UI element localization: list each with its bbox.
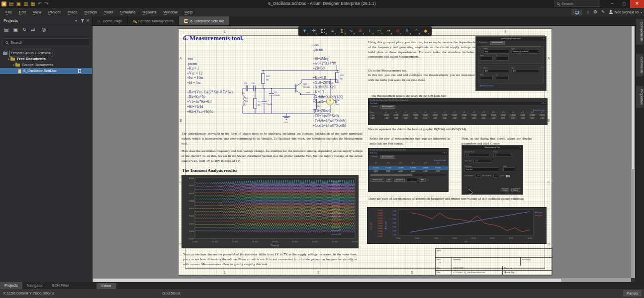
svg-text:50.00u: 50.00u (352, 240, 358, 243)
tab-home-page[interactable]: ⌂ Home Page (92, 16, 128, 25)
menu-bar: FileEditViewProjectPlaceDesignToolsSimul… (0, 8, 644, 16)
tree-item-free-documents[interactable]: ▾ Free Documents (0, 56, 92, 62)
tab-license-management[interactable]: License Management (128, 16, 179, 25)
minimize-button[interactable]: – (606, 0, 618, 8)
panel-tab-navigator[interactable]: Navigator (22, 282, 47, 289)
svg-text:5.000: 5.000 (392, 218, 396, 220)
no-erc-icon[interactable]: ⊘ (393, 27, 402, 35)
schematic-sheet[interactable]: 11223344AABBCCDD 6. Measurements tool. .… (178, 28, 552, 276)
align-icon[interactable]: ≡ (328, 27, 337, 35)
filter-icon[interactable]: ▼ (300, 27, 309, 35)
menu-edit[interactable]: Edit (15, 8, 29, 16)
gear-icon[interactable]: ⚙ (593, 8, 597, 16)
wire-icon[interactable]: ∿ (347, 27, 356, 35)
close-button[interactable]: ✕ (630, 0, 644, 8)
text-icon[interactable]: A (402, 27, 412, 35)
parameter-icon[interactable]: ◆ (421, 27, 430, 35)
home-icon[interactable]: ⌂ (586, 8, 589, 16)
select-icon[interactable] (318, 27, 328, 35)
menu-simulate[interactable]: Simulate (116, 8, 139, 16)
panels-button[interactable]: Panels (623, 290, 642, 297)
tree-item-source-documents[interactable]: ▾ Source Documents (0, 62, 92, 68)
grid-indicator: Grid:50mil (162, 289, 180, 298)
svg-text:20.00u: 20.00u (232, 240, 238, 243)
move-icon[interactable]: ✛ (309, 27, 319, 35)
paragraph-3: You can see how the emitter potential of… (183, 252, 357, 266)
menu-design[interactable]: Design (81, 8, 100, 16)
panel-dropdown-icon[interactable]: ▾ (75, 16, 77, 25)
net-label-icon[interactable]: ▱ (383, 27, 393, 35)
tab-comments[interactable]: Comments (636, 54, 644, 76)
panel-tab-sch-filter[interactable]: SCH Filter (47, 282, 74, 289)
svg-text:C0: C0 (252, 82, 255, 84)
compile-icon[interactable]: ▣ (13, 27, 17, 32)
panel-tab-projects[interactable]: Projects (0, 282, 22, 289)
refresh-icon[interactable]: ↻ (22, 27, 26, 32)
projects-search-input[interactable]: Search (2, 38, 90, 46)
menu-file[interactable]: File (2, 8, 15, 16)
svg-text:Rh: Rh (266, 78, 269, 81)
panel-close-icon[interactable]: ✕ (86, 16, 90, 25)
svg-text:10.00u: 10.00u (192, 240, 198, 243)
editor-tab[interactable]: Editor (96, 283, 116, 289)
sign-in-button[interactable]: Not Signed In ▾ (609, 10, 643, 14)
svg-text:Vcc: Vcc (333, 61, 336, 64)
restore-button[interactable]: ▢ (618, 0, 630, 8)
menu-view[interactable]: View (29, 8, 45, 16)
tab-components[interactable]: Components (636, 19, 644, 45)
arc-icon[interactable]: ◠ (412, 27, 421, 35)
svg-text:v(emit) p9: v(emit) p9 (331, 208, 341, 211)
svg-text:GND: GND (283, 121, 288, 124)
svg-text:V24: V24 (335, 99, 340, 101)
schematic-doc-icon (184, 19, 188, 23)
rectangle-icon[interactable]: ▭ (374, 27, 384, 35)
sim-data-table-screenshot: File Edit View Project Tools Chart Plot … (368, 98, 548, 125)
vcs-icon[interactable]: ⇄ (31, 27, 35, 32)
global-search-input[interactable]: Search (554, 0, 600, 7)
tree-item-schdoc[interactable]: 6_Oscillator.SchDoc (0, 68, 92, 74)
svg-text:C2: C2 (274, 91, 277, 93)
svg-text:Q16: Q16 (303, 83, 308, 85)
measurement-plots-chart: freq_plotAVG_plot4.150M4.100M4.050M4.000… (367, 207, 547, 244)
svg-text:3.650M: 3.650M (377, 235, 383, 237)
vertical-scrollbar-thumb[interactable] (632, 26, 635, 170)
svg-text:3.950M: 3.950M (377, 220, 383, 222)
vertical-scrollbar[interactable] (631, 26, 635, 278)
comments-button[interactable] (571, 9, 582, 15)
save-project-icon[interactable]: ▤ (4, 27, 8, 32)
comment-icon (575, 11, 579, 14)
svg-text:12.50: 12.50 (471, 237, 476, 239)
pin-icon[interactable] (82, 19, 83, 22)
svg-text:v(emit) p16: v(emit) p16 (331, 233, 342, 235)
menu-project[interactable]: Project (45, 8, 64, 16)
tab-properties[interactable]: Properties (636, 86, 644, 108)
svg-text:10.00: 10.00 (453, 237, 457, 239)
menu-help[interactable]: Help (181, 8, 196, 16)
probe-icon[interactable]: ⌇ (365, 27, 374, 35)
svg-text:v(emit) p11: v(emit) p11 (331, 215, 341, 218)
menu-window[interactable]: Window (160, 8, 181, 16)
svg-text:2.000: 2.000 (392, 230, 396, 232)
svg-text:45.00u: 45.00u (332, 240, 338, 243)
power-port-icon[interactable]: ╧ (356, 27, 365, 35)
project-group-icon (3, 52, 7, 55)
schematic-canvas[interactable]: 11223344AABBCCDD 6. Measurements tool. .… (92, 26, 631, 278)
svg-text:25.00u: 25.00u (252, 240, 258, 243)
svg-text:4.150M: 4.150M (377, 210, 383, 212)
menu-reports[interactable]: Reports (139, 8, 160, 16)
part-icon[interactable]: ▯ (337, 27, 347, 35)
svg-text:15.00: 15.00 (490, 237, 495, 239)
right-panel-strip: Components Comments Properties (635, 16, 644, 289)
panel-tab-bar: Projects Navigator SCH Filter Editor (0, 282, 644, 289)
menu-tools[interactable]: Tools (100, 8, 117, 16)
tab-schdoc[interactable]: 6_Oscillator.SchDoc (179, 16, 230, 25)
svg-text:v(emit) p2: v(emit) p2 (331, 183, 341, 186)
customize-icon[interactable]: ✎ (601, 8, 605, 16)
menu-place[interactable]: Place (64, 8, 81, 16)
svg-text:emit: emit (306, 91, 310, 93)
svg-text:4.000: 4.000 (189, 207, 194, 210)
settings-icon[interactable]: ◎ (42, 27, 46, 32)
transient-results-heading: The Transient Analysis results: (182, 168, 237, 173)
tree-item-project-group[interactable]: Project Group 1.DsnWrk (0, 50, 92, 56)
svg-text:3.800M: 3.800M (377, 227, 383, 229)
